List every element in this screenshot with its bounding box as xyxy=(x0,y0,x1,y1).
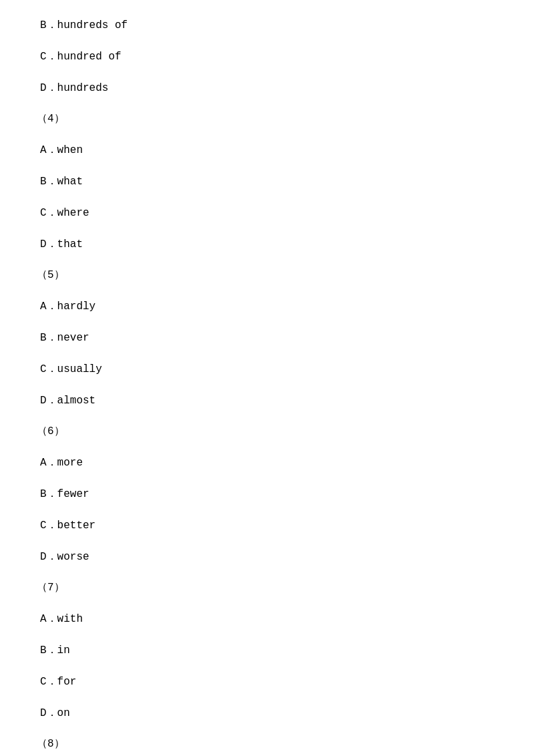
spacer-33 xyxy=(40,538,494,545)
answer-option: D．that xyxy=(40,235,494,254)
spacer-1 xyxy=(40,38,494,45)
spacer-39 xyxy=(40,632,494,638)
spacer-3 xyxy=(40,69,494,76)
spacer-19 xyxy=(40,319,494,326)
spacer-37 xyxy=(40,600,494,607)
answer-option: C．where xyxy=(40,204,494,223)
answer-option: C．hundred of xyxy=(40,47,494,67)
question-number: （7） xyxy=(37,578,494,598)
answer-option: B．hundreds of xyxy=(40,16,494,35)
answer-option: C．for xyxy=(40,673,494,692)
answer-option: C．better xyxy=(40,516,494,536)
spacer-45 xyxy=(40,725,494,732)
question-number: （8） xyxy=(37,735,494,754)
spacer-29 xyxy=(40,476,494,482)
spacer-13 xyxy=(40,226,494,232)
answer-option: A．with xyxy=(40,610,494,629)
spacer-31 xyxy=(40,507,494,514)
spacer-41 xyxy=(40,663,494,670)
spacer-17 xyxy=(40,288,494,295)
answer-option: D．hundreds xyxy=(40,79,494,98)
spacer-21 xyxy=(40,351,494,357)
spacer-11 xyxy=(40,194,494,201)
answer-option: B．never xyxy=(40,329,494,348)
spacer-7 xyxy=(40,132,494,138)
spacer-9 xyxy=(40,163,494,170)
main-content: B．hundreds ofC．hundred ofD．hundreds（4）A．… xyxy=(40,16,494,756)
answer-option: B．in xyxy=(40,641,494,660)
answer-option: B．fewer xyxy=(40,485,494,504)
answer-option: A．hardly xyxy=(40,297,494,317)
spacer-27 xyxy=(40,444,494,451)
question-number: （6） xyxy=(37,422,494,441)
answer-option: D．almost xyxy=(40,391,494,411)
spacer-23 xyxy=(40,382,494,389)
question-number: （4） xyxy=(37,110,494,129)
question-number: （5） xyxy=(37,266,494,285)
answer-option: B．what xyxy=(40,172,494,192)
answer-option: D．worse xyxy=(40,548,494,567)
answer-option: C．usually xyxy=(40,360,494,379)
spacer-35 xyxy=(40,569,494,576)
answer-option: A．when xyxy=(40,141,494,160)
spacer-15 xyxy=(40,256,494,263)
answer-option: A．more xyxy=(40,453,494,473)
answer-option: D．on xyxy=(40,704,494,723)
spacer-5 xyxy=(40,100,494,107)
spacer-43 xyxy=(40,695,494,701)
spacer-25 xyxy=(40,413,494,419)
